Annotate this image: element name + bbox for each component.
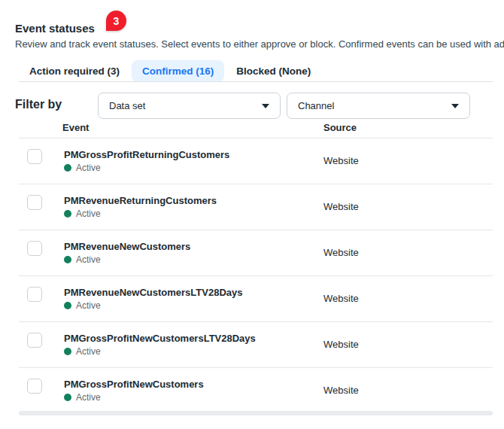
column-header-source: Source xyxy=(323,122,357,133)
event-name: PMGrossProfitNewCustomersLTV28Days xyxy=(64,333,256,344)
column-header-event: Event xyxy=(62,122,89,133)
event-status-label: Active xyxy=(76,392,101,403)
event-status: Active xyxy=(64,300,101,311)
event-status-label: Active xyxy=(76,163,101,173)
chevron-down-icon xyxy=(262,104,269,108)
table-row: PMRevenueReturningCustomers Active Websi… xyxy=(19,184,493,230)
table-row: PMRevenueNewCustomersLTV28Days Active We… xyxy=(19,276,493,322)
event-name: PMGrossProfitNewCustomers xyxy=(64,379,204,390)
table-row: PMGrossProfitNewCustomers Active Website xyxy=(19,368,493,413)
event-status: Active xyxy=(64,392,101,403)
filter-by-label: Filter by xyxy=(15,98,62,111)
event-source: Website xyxy=(323,385,359,396)
channel-dropdown-value: Channel xyxy=(298,100,334,111)
active-status-dot-icon xyxy=(64,348,71,355)
channel-dropdown[interactable]: Channel xyxy=(287,93,470,119)
tab-confirmed[interactable]: Confirmed (16) xyxy=(132,60,224,82)
status-tabs: Action required (3) Confirmed (16) Block… xyxy=(19,60,504,82)
event-source: Website xyxy=(323,339,359,350)
event-source: Website xyxy=(323,155,359,166)
event-status-label: Active xyxy=(76,346,101,357)
row-checkbox[interactable] xyxy=(27,333,42,348)
active-status-dot-icon xyxy=(64,256,71,263)
page-title: Event statuses xyxy=(15,22,95,35)
event-name: PMGrossProfitReturningCustomers xyxy=(64,149,229,160)
table-row: PMRevenueNewCustomers Active Website xyxy=(19,230,493,276)
tab-blocked[interactable]: Blocked (None) xyxy=(226,60,321,82)
event-status-label: Active xyxy=(76,254,101,265)
row-checkbox[interactable] xyxy=(27,379,42,394)
active-status-dot-icon xyxy=(64,164,71,172)
data-set-dropdown-value: Data set xyxy=(109,100,145,111)
event-name: PMRevenueNewCustomers xyxy=(64,241,190,252)
tabs-divider xyxy=(19,81,493,82)
horizontal-scrollbar[interactable] xyxy=(19,411,493,415)
chevron-down-icon xyxy=(451,104,459,108)
event-source: Website xyxy=(323,247,359,258)
data-set-dropdown[interactable]: Data set xyxy=(98,93,281,119)
event-status-label: Active xyxy=(76,300,101,311)
event-source: Website xyxy=(323,201,359,212)
row-checkbox[interactable] xyxy=(27,241,42,256)
event-name: PMRevenueNewCustomersLTV28Days xyxy=(64,287,242,298)
active-status-dot-icon xyxy=(64,302,71,309)
event-table: PMGrossProfitReturningCustomers Active W… xyxy=(19,138,493,413)
event-status: Active xyxy=(64,254,101,265)
event-statuses-page: Event statuses 3 Review and track event … xyxy=(0,0,504,429)
event-status: Active xyxy=(64,346,101,357)
row-checkbox[interactable] xyxy=(27,287,42,302)
table-row: PMGrossProfitNewCustomersLTV28Days Activ… xyxy=(19,322,493,368)
tab-action-required[interactable]: Action required (3) xyxy=(19,60,130,82)
event-status-label: Active xyxy=(76,208,101,219)
notification-badge-count: 3 xyxy=(114,15,120,27)
row-checkbox[interactable] xyxy=(27,149,42,164)
event-status: Active xyxy=(64,208,101,219)
table-row: PMGrossProfitReturningCustomers Active W… xyxy=(19,138,493,184)
page-description: Review and track event statuses. Select … xyxy=(15,38,504,50)
active-status-dot-icon xyxy=(64,394,71,401)
notification-badge: 3 xyxy=(106,11,126,31)
active-status-dot-icon xyxy=(64,210,71,218)
event-name: PMRevenueReturningCustomers xyxy=(64,195,217,206)
event-status: Active xyxy=(64,163,101,173)
event-source: Website xyxy=(323,293,359,304)
row-checkbox[interactable] xyxy=(27,195,42,210)
